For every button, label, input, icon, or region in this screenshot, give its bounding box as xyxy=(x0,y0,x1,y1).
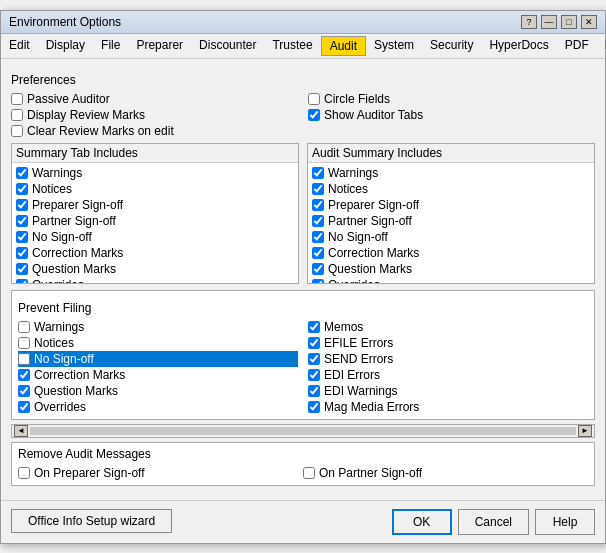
preferences-left: Passive Auditor Display Review Marks Cle… xyxy=(11,91,298,139)
pref-passive-auditor: Passive Auditor xyxy=(11,91,298,107)
help-button[interactable]: Help xyxy=(535,509,595,535)
remove-audit-label: Remove Audit Messages xyxy=(18,447,588,461)
summary-tab-list[interactable]: Warnings Notices Preparer Sign-off Partn… xyxy=(12,163,298,283)
footer: Office Info Setup wizard OK Cancel Help xyxy=(1,500,605,543)
pf-memos: Memos xyxy=(308,319,588,335)
help-window-btn[interactable]: ? xyxy=(521,15,537,29)
preferences-section: Preferences Passive Auditor Display Revi… xyxy=(11,73,595,139)
pf-notices: Notices xyxy=(18,335,298,351)
pref-display-review-check[interactable] xyxy=(11,109,23,121)
menu-file[interactable]: File xyxy=(93,36,128,56)
remove-audit-section: Remove Audit Messages On Preparer Sign-o… xyxy=(11,442,595,486)
preferences-label: Preferences xyxy=(11,73,595,87)
summary-tab-panel: Summary Tab Includes Warnings Notices Pr… xyxy=(11,143,299,284)
pref-display-review: Display Review Marks xyxy=(11,107,298,123)
as-correction-marks: Correction Marks xyxy=(312,245,590,261)
pref-circle-fields: Circle Fields xyxy=(308,91,595,107)
summary-tab-header: Summary Tab Includes xyxy=(12,144,298,163)
scroll-left-btn[interactable]: ◄ xyxy=(14,425,28,437)
footer-left: Office Info Setup wizard xyxy=(11,509,172,535)
summary-panels: Summary Tab Includes Warnings Notices Pr… xyxy=(11,143,595,284)
remove-partner-check[interactable] xyxy=(303,467,315,479)
st-overrides: Overrides xyxy=(16,277,294,283)
pref-clear-review-label: Clear Review Marks on edit xyxy=(27,124,174,138)
scroll-track[interactable] xyxy=(30,427,576,435)
pref-show-auditor-tabs: Show Auditor Tabs xyxy=(308,107,595,123)
pf-question-marks: Question Marks xyxy=(18,383,298,399)
audit-summary-panel: Audit Summary Includes Warnings Notices … xyxy=(307,143,595,284)
menu-hyperdocs[interactable]: HyperDocs xyxy=(481,36,556,56)
remove-partner-label: On Partner Sign-off xyxy=(319,466,422,480)
pf-correction-marks: Correction Marks xyxy=(18,367,298,383)
remove-preparer-signoff: On Preparer Sign-off xyxy=(18,465,303,481)
pref-show-auditor-tabs-check[interactable] xyxy=(308,109,320,121)
as-question-marks: Question Marks xyxy=(312,261,590,277)
pf-edi-warnings: EDI Warnings xyxy=(308,383,588,399)
main-content: Preferences Passive Auditor Display Revi… xyxy=(1,59,605,500)
pf-efile-errors: EFILE Errors xyxy=(308,335,588,351)
window-controls: ? — □ ✕ xyxy=(521,15,597,29)
pf-warnings: Warnings xyxy=(18,319,298,335)
st-warnings: Warnings xyxy=(16,165,294,181)
remove-partner-signoff: On Partner Sign-off xyxy=(303,465,588,481)
menu-audit[interactable]: Audit xyxy=(321,36,366,56)
remove-audit-grid: On Preparer Sign-off On Partner Sign-off xyxy=(18,465,588,481)
pref-show-auditor-tabs-label: Show Auditor Tabs xyxy=(324,108,423,122)
pf-mag-media-errors: Mag Media Errors xyxy=(308,399,588,415)
as-no-signoff: No Sign-off xyxy=(312,229,590,245)
menu-display[interactable]: Display xyxy=(38,36,93,56)
pf-overrides: Overrides xyxy=(18,399,298,415)
pref-circle-fields-check[interactable] xyxy=(308,93,320,105)
menu-ba[interactable]: Ba xyxy=(597,36,606,56)
as-warnings: Warnings xyxy=(312,165,590,181)
maximize-btn[interactable]: □ xyxy=(561,15,577,29)
pref-passive-auditor-check[interactable] xyxy=(11,93,23,105)
prevent-filing-left: Warnings Notices No Sign-off Correction … xyxy=(18,319,298,415)
close-btn[interactable]: ✕ xyxy=(581,15,597,29)
pref-passive-auditor-label: Passive Auditor xyxy=(27,92,110,106)
st-notices: Notices xyxy=(16,181,294,197)
pref-display-review-label: Display Review Marks xyxy=(27,108,145,122)
pref-clear-review-check[interactable] xyxy=(11,125,23,137)
as-notices: Notices xyxy=(312,181,590,197)
horizontal-scrollbar[interactable]: ◄ ► xyxy=(11,424,595,438)
wizard-button[interactable]: Office Info Setup wizard xyxy=(11,509,172,533)
prevent-filing-grid: Warnings Notices No Sign-off Correction … xyxy=(18,319,588,415)
minimize-btn[interactable]: — xyxy=(541,15,557,29)
st-no-signoff: No Sign-off xyxy=(16,229,294,245)
preferences-grid: Passive Auditor Display Review Marks Cle… xyxy=(11,91,595,139)
menu-security[interactable]: Security xyxy=(422,36,481,56)
as-preparer-signoff: Preparer Sign-off xyxy=(312,197,590,213)
menu-discounter[interactable]: Discounter xyxy=(191,36,264,56)
window-title: Environment Options xyxy=(9,15,121,29)
footer-right: OK Cancel Help xyxy=(392,509,595,535)
st-preparer-signoff: Preparer Sign-off xyxy=(16,197,294,213)
pref-circle-fields-label: Circle Fields xyxy=(324,92,390,106)
pf-send-errors: SEND Errors xyxy=(308,351,588,367)
prevent-filing-label: Prevent Filing xyxy=(18,301,588,315)
prevent-filing-section: Prevent Filing Warnings Notices No Sign-… xyxy=(11,290,595,420)
cancel-button[interactable]: Cancel xyxy=(458,509,529,535)
preferences-right: Circle Fields Show Auditor Tabs xyxy=(308,91,595,139)
menu-system[interactable]: System xyxy=(366,36,422,56)
menu-preparer[interactable]: Preparer xyxy=(128,36,191,56)
pref-clear-review: Clear Review Marks on edit xyxy=(11,123,298,139)
title-bar: Environment Options ? — □ ✕ xyxy=(1,11,605,34)
remove-preparer-check[interactable] xyxy=(18,467,30,479)
st-partner-signoff: Partner Sign-off xyxy=(16,213,294,229)
ok-button[interactable]: OK xyxy=(392,509,452,535)
prevent-filing-right: Memos EFILE Errors SEND Errors EDI Error… xyxy=(308,319,588,415)
menu-trustee[interactable]: Trustee xyxy=(264,36,320,56)
pf-no-signoff[interactable]: No Sign-off xyxy=(18,351,298,367)
menu-bar: Edit Display File Preparer Discounter Tr… xyxy=(1,34,605,59)
pf-edi-errors: EDI Errors xyxy=(308,367,588,383)
menu-edit[interactable]: Edit xyxy=(1,36,38,56)
st-correction-marks: Correction Marks xyxy=(16,245,294,261)
menu-pdf[interactable]: PDF xyxy=(557,36,597,56)
as-overrides: Overrides xyxy=(312,277,590,283)
environment-options-window: Environment Options ? — □ ✕ Edit Display… xyxy=(0,10,606,544)
scroll-right-btn[interactable]: ► xyxy=(578,425,592,437)
audit-summary-list[interactable]: Warnings Notices Preparer Sign-off Partn… xyxy=(308,163,594,283)
st-question-marks: Question Marks xyxy=(16,261,294,277)
remove-preparer-label: On Preparer Sign-off xyxy=(34,466,145,480)
